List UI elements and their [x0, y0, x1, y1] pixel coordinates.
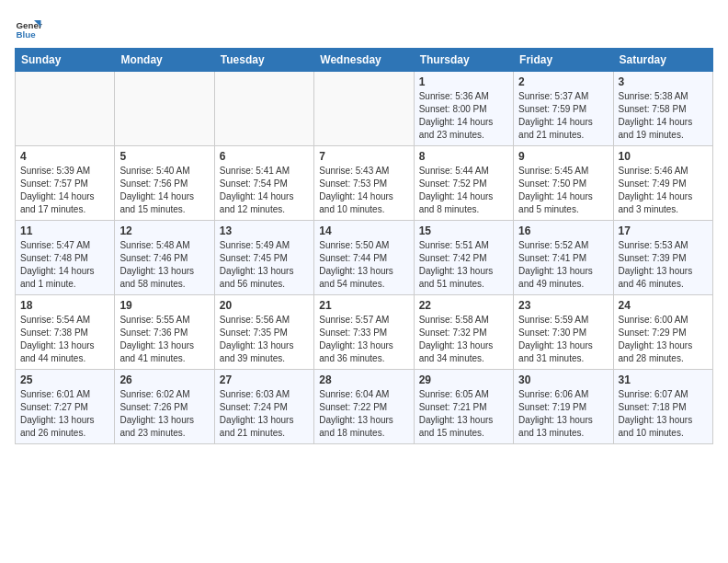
calendar-cell	[214, 72, 313, 146]
calendar-header: SundayMondayTuesdayWednesdayThursdayFrid…	[16, 49, 713, 72]
cell-content: Sunrise: 6:01 AMSunset: 7:27 PMDaylight:…	[20, 388, 109, 440]
calendar-cell: 15Sunrise: 5:51 AMSunset: 7:42 PMDayligh…	[414, 221, 513, 295]
day-number: 22	[419, 299, 508, 312]
calendar-cell: 18Sunrise: 5:54 AMSunset: 7:38 PMDayligh…	[16, 295, 115, 370]
day-number: 20	[220, 299, 309, 312]
day-number: 5	[119, 150, 209, 163]
calendar-cell: 31Sunrise: 6:07 AMSunset: 7:18 PMDayligh…	[613, 370, 712, 444]
day-number: 15	[419, 224, 508, 237]
day-number: 19	[119, 299, 209, 312]
svg-text:Blue: Blue	[17, 29, 37, 40]
calendar-cell: 10Sunrise: 5:46 AMSunset: 7:49 PMDayligh…	[613, 146, 712, 221]
calendar-cell: 1Sunrise: 5:36 AMSunset: 8:00 PMDaylight…	[414, 72, 513, 146]
calendar-cell: 9Sunrise: 5:45 AMSunset: 7:50 PMDaylight…	[514, 146, 613, 221]
cell-content: Sunrise: 5:40 AMSunset: 7:56 PMDaylight:…	[119, 165, 209, 216]
day-number: 4	[20, 150, 109, 163]
day-number: 23	[518, 299, 608, 312]
day-number: 7	[319, 150, 408, 163]
cell-content: Sunrise: 6:07 AMSunset: 7:18 PMDaylight:…	[619, 388, 708, 440]
calendar-cell	[115, 72, 214, 146]
calendar-cell: 23Sunrise: 5:59 AMSunset: 7:30 PMDayligh…	[514, 295, 613, 370]
calendar-cell: 11Sunrise: 5:47 AMSunset: 7:48 PMDayligh…	[16, 221, 115, 295]
cell-content: Sunrise: 6:06 AMSunset: 7:19 PMDaylight:…	[518, 388, 608, 440]
day-number: 10	[619, 150, 708, 163]
cell-content: Sunrise: 6:03 AMSunset: 7:24 PMDaylight:…	[220, 388, 309, 440]
calendar-cell: 25Sunrise: 6:01 AMSunset: 7:27 PMDayligh…	[16, 370, 115, 444]
header-day: Tuesday	[214, 49, 313, 72]
calendar-cell: 13Sunrise: 5:49 AMSunset: 7:45 PMDayligh…	[214, 221, 313, 295]
header-day: Wednesday	[314, 49, 414, 72]
day-number: 29	[419, 373, 508, 386]
day-number: 30	[518, 373, 608, 386]
logo-icon: General Blue	[15, 15, 42, 42]
calendar-cell: 16Sunrise: 5:52 AMSunset: 7:41 PMDayligh…	[514, 221, 613, 295]
calendar-cell: 4Sunrise: 5:39 AMSunset: 7:57 PMDaylight…	[16, 146, 115, 221]
cell-content: Sunrise: 5:39 AMSunset: 7:57 PMDaylight:…	[20, 165, 109, 216]
day-number: 8	[419, 150, 508, 163]
header-day: Monday	[115, 49, 214, 72]
cell-content: Sunrise: 5:45 AMSunset: 7:50 PMDaylight:…	[518, 165, 608, 216]
cell-content: Sunrise: 5:55 AMSunset: 7:36 PMDaylight:…	[119, 314, 209, 365]
header-day: Sunday	[16, 49, 115, 72]
cell-content: Sunrise: 5:36 AMSunset: 8:00 PMDaylight:…	[419, 90, 508, 142]
cell-content: Sunrise: 5:52 AMSunset: 7:41 PMDaylight:…	[518, 239, 608, 291]
day-number: 11	[20, 224, 109, 237]
cell-content: Sunrise: 5:44 AMSunset: 7:52 PMDaylight:…	[419, 165, 508, 216]
calendar-cell: 5Sunrise: 5:40 AMSunset: 7:56 PMDaylight…	[115, 146, 214, 221]
calendar-cell: 14Sunrise: 5:50 AMSunset: 7:44 PMDayligh…	[314, 221, 414, 295]
cell-content: Sunrise: 5:57 AMSunset: 7:33 PMDaylight:…	[319, 314, 408, 365]
cell-content: Sunrise: 5:48 AMSunset: 7:46 PMDaylight:…	[119, 239, 209, 291]
calendar-cell: 24Sunrise: 6:00 AMSunset: 7:29 PMDayligh…	[613, 295, 712, 370]
calendar-week: 25Sunrise: 6:01 AMSunset: 7:27 PMDayligh…	[16, 370, 713, 444]
calendar-cell: 19Sunrise: 5:55 AMSunset: 7:36 PMDayligh…	[115, 295, 214, 370]
day-number: 1	[419, 75, 508, 88]
calendar-cell: 27Sunrise: 6:03 AMSunset: 7:24 PMDayligh…	[214, 370, 313, 444]
day-number: 2	[518, 75, 608, 88]
calendar-table: SundayMondayTuesdayWednesdayThursdayFrid…	[15, 48, 713, 444]
day-number: 26	[119, 373, 209, 386]
day-number: 9	[518, 150, 608, 163]
header-day: Friday	[514, 49, 613, 72]
calendar-cell	[314, 72, 414, 146]
cell-content: Sunrise: 5:38 AMSunset: 7:58 PMDaylight:…	[619, 90, 708, 142]
cell-content: Sunrise: 5:41 AMSunset: 7:54 PMDaylight:…	[220, 165, 309, 216]
calendar-cell	[16, 72, 115, 146]
cell-content: Sunrise: 5:43 AMSunset: 7:53 PMDaylight:…	[319, 165, 408, 216]
cell-content: Sunrise: 5:37 AMSunset: 7:59 PMDaylight:…	[518, 90, 608, 142]
cell-content: Sunrise: 5:49 AMSunset: 7:45 PMDaylight:…	[220, 239, 309, 291]
calendar-cell: 21Sunrise: 5:57 AMSunset: 7:33 PMDayligh…	[314, 295, 414, 370]
day-number: 18	[20, 299, 109, 312]
cell-content: Sunrise: 5:59 AMSunset: 7:30 PMDaylight:…	[518, 314, 608, 365]
day-number: 21	[319, 299, 408, 312]
calendar-cell: 29Sunrise: 6:05 AMSunset: 7:21 PMDayligh…	[414, 370, 513, 444]
day-number: 16	[518, 224, 608, 237]
calendar-cell: 6Sunrise: 5:41 AMSunset: 7:54 PMDaylight…	[214, 146, 313, 221]
calendar-week: 11Sunrise: 5:47 AMSunset: 7:48 PMDayligh…	[16, 221, 713, 295]
calendar-cell: 22Sunrise: 5:58 AMSunset: 7:32 PMDayligh…	[414, 295, 513, 370]
cell-content: Sunrise: 5:50 AMSunset: 7:44 PMDaylight:…	[319, 239, 408, 291]
day-number: 25	[20, 373, 109, 386]
calendar-cell: 7Sunrise: 5:43 AMSunset: 7:53 PMDaylight…	[314, 146, 414, 221]
day-number: 24	[619, 299, 708, 312]
page-header: General Blue	[15, 15, 713, 42]
header-day: Thursday	[414, 49, 513, 72]
cell-content: Sunrise: 6:04 AMSunset: 7:22 PMDaylight:…	[319, 388, 408, 440]
cell-content: Sunrise: 5:56 AMSunset: 7:35 PMDaylight:…	[220, 314, 309, 365]
day-number: 14	[319, 224, 408, 237]
logo: General Blue	[15, 15, 42, 42]
day-number: 6	[220, 150, 309, 163]
calendar-body: 1Sunrise: 5:36 AMSunset: 8:00 PMDaylight…	[16, 72, 713, 444]
cell-content: Sunrise: 6:02 AMSunset: 7:26 PMDaylight:…	[119, 388, 209, 440]
cell-content: Sunrise: 5:54 AMSunset: 7:38 PMDaylight:…	[20, 314, 109, 365]
calendar-cell: 12Sunrise: 5:48 AMSunset: 7:46 PMDayligh…	[115, 221, 214, 295]
day-number: 28	[319, 373, 408, 386]
cell-content: Sunrise: 6:05 AMSunset: 7:21 PMDaylight:…	[419, 388, 508, 440]
cell-content: Sunrise: 5:47 AMSunset: 7:48 PMDaylight:…	[20, 239, 109, 291]
calendar-cell: 3Sunrise: 5:38 AMSunset: 7:58 PMDaylight…	[613, 72, 712, 146]
calendar-cell: 26Sunrise: 6:02 AMSunset: 7:26 PMDayligh…	[115, 370, 214, 444]
calendar-cell: 2Sunrise: 5:37 AMSunset: 7:59 PMDaylight…	[514, 72, 613, 146]
cell-content: Sunrise: 5:46 AMSunset: 7:49 PMDaylight:…	[619, 165, 708, 216]
header-day: Saturday	[613, 49, 712, 72]
calendar-cell: 30Sunrise: 6:06 AMSunset: 7:19 PMDayligh…	[514, 370, 613, 444]
calendar-week: 18Sunrise: 5:54 AMSunset: 7:38 PMDayligh…	[16, 295, 713, 370]
